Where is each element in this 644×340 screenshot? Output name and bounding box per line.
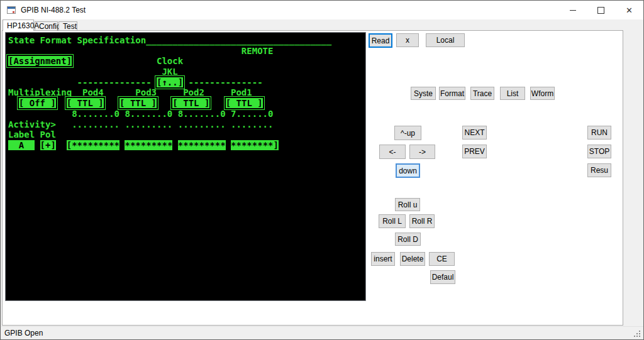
minimize-icon: [570, 10, 576, 11]
cursor-right-button[interactable]: ->: [409, 145, 435, 159]
terminal-row: -------------- [↑..] --------------: [8, 77, 365, 88]
wform-button[interactable]: Wform: [530, 87, 555, 100]
terminal-row: 8.......0 8.......0 8.......0 7......0: [8, 109, 365, 119]
roll-up-button[interactable]: Roll u: [395, 198, 420, 211]
maximize-icon: [597, 7, 604, 14]
roll-left-button[interactable]: Roll L: [379, 214, 406, 228]
read-button[interactable]: Read: [369, 33, 392, 48]
insert-button[interactable]: insert: [371, 252, 395, 266]
terminal-row: JKL: [8, 67, 365, 77]
cursor-left-button[interactable]: <-: [379, 145, 406, 159]
system-button[interactable]: Syste: [411, 87, 436, 100]
x-button[interactable]: x: [396, 33, 419, 47]
next-button[interactable]: NEXT: [462, 126, 487, 140]
minimize-button[interactable]: [558, 1, 587, 19]
terminal-row: [Assignment] Clock: [8, 56, 365, 67]
terminal-row: [ Off ] [ TTL ] [ TTL ] [ TTL ] [ TTL ]: [8, 98, 365, 109]
status-text: GPIB Open: [4, 329, 43, 337]
status-bar: GPIB Open: [1, 326, 644, 340]
terminal-row: Label Pol: [8, 129, 365, 140]
terminal-row: Multiplexing Pod4 Pod3 Pod2 Pod1: [8, 87, 365, 98]
tab-hp1630a[interactable]: HP1630A: [3, 19, 34, 31]
roll-right-button[interactable]: Roll R: [409, 214, 435, 228]
app-icon: [6, 5, 16, 15]
app-window: GPIB NI-488.2 Test ✕ HP1630A Config Test…: [0, 0, 644, 340]
roll-down-button[interactable]: Roll D: [395, 233, 421, 246]
cursor-down-button[interactable]: down: [396, 163, 420, 178]
delete-button[interactable]: Delete: [400, 252, 425, 266]
list-button[interactable]: List: [500, 87, 525, 100]
stop-button[interactable]: STOP: [587, 145, 611, 158]
format-button[interactable]: Format: [439, 87, 465, 100]
maximize-button[interactable]: [587, 1, 615, 19]
window-title: GPIB NI-488.2 Test: [21, 1, 86, 19]
prev-button[interactable]: PREV: [462, 145, 487, 158]
terminal-row: A [+] [********* ********* ********* ***…: [8, 140, 365, 151]
close-button[interactable]: ✕: [615, 1, 643, 19]
resize-grip-icon[interactable]: [634, 331, 641, 338]
hp1630a-display: State Format Specification______________…: [5, 32, 366, 301]
local-button[interactable]: Local: [426, 33, 465, 47]
tab-test[interactable]: Test: [58, 21, 77, 31]
default-button[interactable]: Defaul: [430, 270, 455, 284]
ce-button[interactable]: CE: [429, 252, 455, 266]
trace-button[interactable]: Trace: [470, 87, 494, 100]
terminal-row: Activity> ......... ......... ......... …: [8, 119, 365, 130]
terminal-row: State Format Specification______________…: [8, 35, 365, 46]
terminal-row: REMOTE: [8, 46, 365, 57]
close-icon: ✕: [626, 6, 633, 14]
resume-button[interactable]: Resu: [587, 163, 611, 177]
cursor-up-button[interactable]: ^-up: [394, 126, 421, 140]
run-button[interactable]: RUN: [587, 126, 611, 140]
title-bar[interactable]: GPIB NI-488.2 Test ✕: [1, 1, 643, 19]
